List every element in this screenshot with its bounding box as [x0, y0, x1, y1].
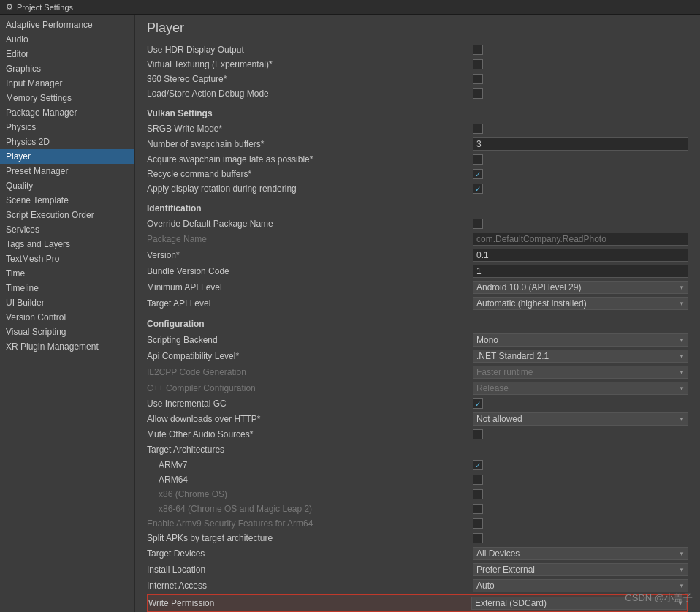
sidebar-item-audio[interactable]: Audio [0, 32, 134, 47]
setting-label: Use Incremental GC [147, 398, 473, 409]
dropdown-target-devices[interactable]: All Devices [473, 547, 688, 560]
setting-label: Write Permission [148, 598, 471, 608]
setting-label: Mute Other Audio Sources* [147, 429, 473, 439]
setting-row-install-location: Install LocationPrefer External [147, 562, 688, 578]
checkbox-split-apks-by-target-architecture[interactable] [473, 533, 483, 543]
setting-row-target-devices: Target DevicesAll Devices [147, 545, 688, 562]
value-field-version*[interactable]: 0.1 [473, 249, 688, 262]
setting-label: Api Compatibility Level* [147, 351, 473, 361]
sidebar-item-visual-scripting[interactable]: Visual Scripting [0, 325, 134, 339]
setting-row-number-of-swapchain-buffers*: Number of swapchain buffers*3 [147, 136, 688, 152]
setting-label: ARM64 [147, 475, 473, 485]
setting-row-armv7: ARMv7✓ [147, 458, 688, 472]
sidebar-item-scene-template[interactable]: Scene Template [0, 193, 134, 208]
setting-row-scripting-backend: Scripting BackendMono [147, 332, 688, 348]
sidebar-item-script-execution-order[interactable]: Script Execution Order [0, 208, 134, 222]
dropdown-api-compatibility-level*[interactable]: .NET Standard 2.1 [473, 350, 688, 363]
setting-label: Acquire swapchain image late as possible… [147, 154, 473, 165]
checkbox-armv7[interactable]: ✓ [473, 460, 483, 470]
setting-row-il2cpp-code-generation: IL2CPP Code GenerationFaster runtime [147, 364, 688, 380]
sidebar-item-adaptive-performance[interactable]: Adaptive Performance [0, 18, 134, 32]
dropdown-install-location[interactable]: Prefer External [473, 563, 688, 576]
checkbox-use-incremental-gc[interactable]: ✓ [473, 398, 483, 409]
right-panel[interactable]: Player Use HDR Display OutputVirtual Tex… [135, 15, 700, 612]
setting-row-apply-display-rotation-during-rendering: Apply display rotation during rendering✓ [147, 181, 688, 196]
checkbox-acquire-swapchain-image-late-as-possible*[interactable] [473, 154, 483, 165]
main-content: Adaptive PerformanceAudioEditorGraphicsI… [0, 15, 700, 612]
setting-label: Split APKs by target architecture [147, 533, 473, 543]
setting-row-acquire-swapchain-image-late-as-possible*: Acquire swapchain image late as possible… [147, 152, 688, 167]
sidebar-item-physics-2d[interactable]: Physics 2D [0, 135, 134, 149]
setting-label: Override Default Package Name [147, 219, 473, 229]
checkbox-360-stereo-capture*[interactable] [473, 74, 483, 84]
gear-icon: ⚙ [6, 2, 13, 12]
section-header-vulkan: Vulkan Settings [147, 108, 688, 118]
checkbox-mute-other-audio-sources*[interactable] [473, 429, 483, 439]
settings-area: Use HDR Display OutputVirtual Texturing … [135, 42, 700, 612]
setting-label: x86-64 (Chrome OS and Magic Leap 2) [147, 504, 473, 514]
checkbox-enable-armv9-security-features-for-arm64[interactable] [473, 518, 483, 529]
sidebar-item-quality[interactable]: Quality [0, 178, 134, 193]
checkbox-override-default-package-name[interactable] [473, 219, 483, 229]
checkbox-arm64[interactable] [473, 475, 483, 485]
sidebar-item-time[interactable]: Time [0, 266, 134, 281]
setting-label: Load/Store Action Debug Mode [147, 88, 473, 99]
sidebar-item-xr-plugin-management[interactable]: XR Plugin Management [0, 339, 134, 354]
dropdown-allow-downloads-over-http*[interactable]: Not allowed [473, 412, 688, 426]
dropdown-internet-access[interactable]: Auto [473, 579, 688, 592]
setting-label: Apply display rotation during rendering [147, 184, 473, 194]
dropdown-minimum-api-level[interactable]: Android 10.0 (API level 29) [473, 281, 688, 294]
sidebar-item-preset-manager[interactable]: Preset Manager [0, 164, 134, 178]
checkbox-x86-(chrome-os)[interactable] [473, 489, 483, 499]
setting-row-use-hdr-display-output: Use HDR Display Output [147, 42, 688, 57]
checkbox-use-hdr-display-output[interactable] [473, 45, 483, 55]
setting-label: Enable Armv9 Security Features for Arm64 [147, 518, 473, 529]
section-header-configuration: Configuration [147, 319, 688, 329]
sidebar-item-input-manager[interactable]: Input Manager [0, 76, 134, 91]
sidebar-item-textmesh-pro[interactable]: TextMesh Pro [0, 252, 134, 266]
sidebar-item-package-manager[interactable]: Package Manager [0, 105, 134, 120]
page-title: Player [135, 15, 700, 42]
setting-row-360-stereo-capture*: 360 Stereo Capture* [147, 72, 688, 86]
sidebar-item-timeline[interactable]: Timeline [0, 281, 134, 295]
sidebar-item-physics[interactable]: Physics [0, 120, 134, 135]
checkbox-load/store-action-debug-mode[interactable] [473, 88, 483, 99]
sub-header-target-architectures: Target Architectures [147, 445, 688, 455]
setting-row-override-default-package-name: Override Default Package Name [147, 216, 688, 231]
setting-label: Internet Access [147, 581, 473, 591]
sidebar-item-services[interactable]: Services [0, 222, 134, 237]
setting-row-c++-compiler-configuration: C++ Compiler ConfigurationRelease [147, 380, 688, 396]
value-field-number-of-swapchain-buffers*[interactable]: 3 [473, 137, 688, 151]
setting-row-write-permission: Write PermissionExternal (SDCard) [147, 594, 688, 612]
dropdown-scripting-backend[interactable]: Mono [473, 333, 688, 347]
sidebar-item-memory-settings[interactable]: Memory Settings [0, 91, 134, 105]
setting-label: C++ Compiler Configuration [147, 383, 473, 393]
setting-label: SRGB Write Mode* [147, 124, 473, 134]
setting-row-x86-(chrome-os): x86 (Chrome OS) [147, 487, 688, 502]
checkbox-virtual-texturing-(experimental)*[interactable] [473, 59, 483, 69]
checkbox-srgb-write-mode*[interactable] [473, 124, 483, 134]
setting-row-bundle-version-code: Bundle Version Code1 [147, 263, 688, 279]
setting-row-arm64: ARM64 [147, 472, 688, 487]
setting-label: Target API Level [147, 298, 473, 309]
setting-label: Scripting Backend [147, 335, 473, 345]
sidebar-item-graphics[interactable]: Graphics [0, 61, 134, 76]
setting-row-load/store-action-debug-mode: Load/Store Action Debug Mode [147, 86, 688, 101]
dropdown-c++-compiler-configuration: Release [473, 382, 688, 395]
checkbox-apply-display-rotation-during-rendering[interactable]: ✓ [473, 184, 483, 194]
setting-row-enable-armv9-security-features-for-arm64: Enable Armv9 Security Features for Arm64 [147, 516, 688, 531]
sidebar-item-ui-builder[interactable]: UI Builder [0, 295, 134, 310]
title-bar: ⚙ Project Settings [0, 0, 700, 15]
setting-row-version*: Version*0.1 [147, 247, 688, 263]
dropdown-target-api-level[interactable]: Automatic (highest installed) [473, 297, 688, 310]
sidebar-item-player[interactable]: Player [0, 149, 134, 164]
sidebar-item-version-control[interactable]: Version Control [0, 310, 134, 325]
setting-row-srgb-write-mode*: SRGB Write Mode* [147, 121, 688, 136]
value-field-bundle-version-code[interactable]: 1 [473, 265, 688, 278]
checkbox-x86-64-(chrome-os-and-magic-leap-2)[interactable] [473, 504, 483, 514]
setting-label: Number of swapchain buffers* [147, 139, 473, 149]
sidebar-item-editor[interactable]: Editor [0, 47, 134, 61]
sidebar-item-tags-and-layers[interactable]: Tags and Layers [0, 237, 134, 252]
setting-label: ARMv7 [147, 460, 473, 470]
checkbox-recycle-command-buffers*[interactable]: ✓ [473, 169, 483, 179]
